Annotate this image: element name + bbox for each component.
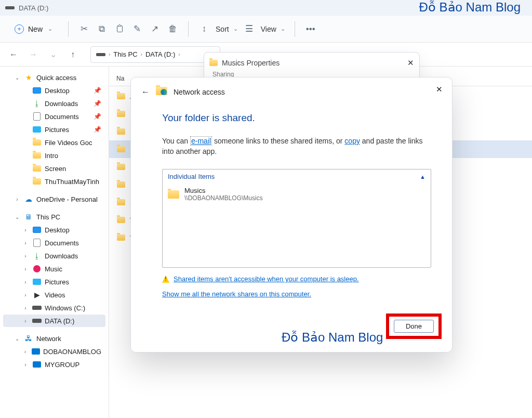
sidebar-item-downloads[interactable]: ›⭳Downloads [3, 250, 105, 262]
chevron-down-icon: ⌄ [48, 25, 52, 32]
explorer-window: DATA (D:) + New ⌄ ✂ ⧉ 📋︎ ✎ ↗ 🗑 ↕ Sort ⌄ … [0, 0, 532, 418]
more-icon[interactable]: ••• [304, 23, 317, 35]
music-icon [33, 265, 41, 272]
folder-icon [117, 164, 125, 170]
paste-icon[interactable]: 📋︎ [113, 23, 126, 35]
properties-title: Musics Properties [222, 59, 280, 67]
chevron-down-icon: ⌄ [233, 25, 238, 32]
drive-icon [32, 306, 42, 310]
shared-item-row[interactable]: Musics \\DOBAONAMBLOG\Musics [163, 184, 431, 205]
breadcrumb[interactable]: This PC [113, 50, 137, 58]
sidebar-item-drive-d[interactable]: ›DATA (D:) [3, 315, 105, 327]
back-button[interactable]: ← [6, 47, 21, 62]
share-name: Musics [184, 187, 263, 194]
copy-link[interactable]: copy [344, 137, 360, 145]
drive-icon [32, 319, 42, 323]
pictures-icon [33, 126, 41, 133]
sidebar-item-documents[interactable]: ›Documents [3, 237, 105, 249]
desktop-icon [33, 227, 41, 233]
cut-icon[interactable]: ✂ [78, 23, 90, 35]
chevron-right-icon: › [141, 51, 142, 57]
sidebar-item-drive-c[interactable]: ›Windows (C:) [3, 302, 105, 314]
sidebar-item-network-pc[interactable]: ›DOBAONAMBLOG [3, 345, 105, 358]
breadcrumb[interactable]: DATA (D:) [145, 50, 175, 58]
sidebar-item-folder[interactable]: File Videos Goc [3, 136, 105, 149]
download-icon: ⭳ [32, 251, 42, 260]
new-label: New [28, 25, 43, 33]
drive-icon [96, 53, 105, 56]
sidebar-item-pictures[interactable]: ›Pictures [3, 276, 105, 288]
sidebar-item-network[interactable]: ⌄🖧Network [3, 332, 105, 345]
pin-icon: 📌 [94, 126, 101, 133]
sidebar-item-downloads[interactable]: ⭳Downloads📌 [3, 97, 105, 110]
folder-icon [117, 93, 125, 99]
sidebar-item-folder[interactable]: ThuThuatMayTinh [3, 175, 105, 188]
sidebar-item-desktop[interactable]: Desktop📌 [3, 84, 105, 97]
folder-icon [117, 181, 125, 188]
sidebar-item-folder[interactable]: Intro [3, 149, 105, 162]
done-button[interactable]: Done [394, 320, 434, 333]
network-access-dialog: ✕ ← 👥 Network access Your folder is shar… [130, 77, 453, 352]
warning-icon: ! [162, 276, 169, 283]
all-shares-link[interactable]: Show me all the network shares on this c… [162, 290, 311, 298]
shared-items-panel: Individual Items ▲ Musics \\DOBAONAMBLOG… [162, 169, 431, 268]
sidebar-item-documents[interactable]: Documents📌 [3, 110, 105, 123]
dialog-body: Your folder is shared. You can e-mail so… [141, 97, 442, 298]
network-icon: 🖧 [24, 334, 33, 343]
watermark-text: Đỗ Bảo Nam Blog [282, 330, 383, 345]
star-icon: ★ [24, 73, 33, 82]
sort-label: Sort [216, 25, 229, 33]
toolbar: + New ⌄ ✂ ⧉ 📋︎ ✎ ↗ 🗑 ↕ Sort ⌄ ☰ View ⌄ •… [0, 16, 532, 43]
up-button[interactable]: ↑ [65, 47, 80, 62]
sidebar-item-onedrive[interactable]: ›☁OneDrive - Personal [3, 193, 105, 205]
recent-button[interactable]: ⌄ [46, 47, 60, 62]
folder-icon [117, 128, 125, 135]
folder-icon [33, 152, 41, 159]
divider [68, 21, 69, 37]
folder-icon [168, 190, 179, 199]
chevron-down-icon: ⌄ [281, 25, 285, 32]
email-link[interactable]: e-mail [190, 136, 212, 146]
panel-title: Individual Items [168, 173, 215, 180]
download-icon: ⭳ [32, 99, 42, 108]
close-icon[interactable]: ✕ [436, 85, 443, 94]
close-icon[interactable]: ✕ [407, 58, 414, 68]
folder-icon [117, 111, 125, 117]
divider [295, 21, 295, 37]
desktop-icon [33, 87, 41, 94]
watermark-text: Đỗ Bảo Nam Blog [419, 0, 521, 15]
delete-icon[interactable]: 🗑 [166, 23, 179, 35]
folder-icon [117, 146, 125, 152]
highlight-frame: Done [386, 314, 442, 339]
panel-header[interactable]: Individual Items ▲ [163, 169, 431, 184]
sort-icon: ↕ [198, 23, 210, 35]
view-button[interactable]: ☰ View ⌄ [243, 23, 285, 35]
sidebar-item-videos[interactable]: ›▶Videos [3, 289, 105, 301]
sleep-warning-link[interactable]: Shared items aren't accessible when your… [174, 275, 359, 283]
back-arrow-icon[interactable]: ← [141, 87, 150, 97]
address-bar[interactable]: › This PC › DATA (D:) › [90, 46, 220, 63]
sidebar-item-this-pc[interactable]: ⌄🖥This PC [3, 211, 105, 223]
all-shares-row: Show me all the network shares on this c… [162, 290, 431, 298]
copy-icon[interactable]: ⧉ [96, 23, 108, 35]
new-button[interactable]: + New ⌄ [8, 21, 59, 37]
share-icon[interactable]: ↗ [149, 23, 161, 35]
folder-icon [209, 60, 218, 66]
sidebar-item-quick-access[interactable]: ⌄★Quick access [3, 71, 105, 84]
sidebar-item-desktop[interactable]: ›Desktop [3, 224, 105, 236]
sidebar-item-network-pc[interactable]: ›MYGROUP [3, 358, 105, 371]
sort-button[interactable]: ↕ Sort ⌄ [198, 23, 238, 35]
folder-icon [33, 139, 41, 146]
divider [188, 21, 189, 37]
properties-dialog: Musics Properties ✕ Sharing [204, 52, 420, 80]
rename-icon[interactable]: ✎ [131, 23, 143, 35]
share-path: \\DOBAONAMBLOG\Musics [184, 194, 263, 202]
dialog-heading: Network access [174, 88, 225, 96]
cloud-icon: ☁ [24, 194, 33, 204]
forward-button[interactable]: → [26, 47, 41, 62]
sidebar-item-music[interactable]: ›Music [3, 263, 105, 275]
folder-icon [33, 178, 41, 185]
sidebar-item-folder[interactable]: Screen [3, 162, 105, 175]
chevron-up-icon[interactable]: ▲ [420, 174, 425, 180]
sidebar-item-pictures[interactable]: Pictures📌 [3, 123, 105, 136]
